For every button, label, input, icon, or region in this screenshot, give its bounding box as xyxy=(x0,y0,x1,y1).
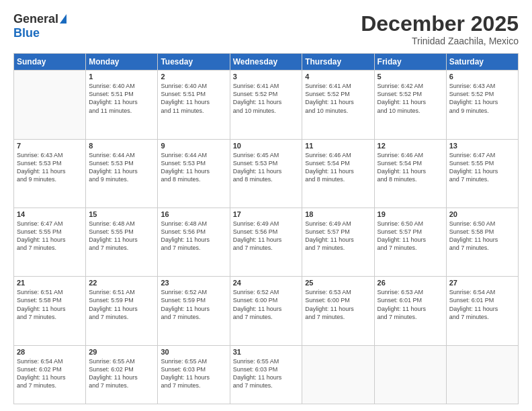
day-number: 1 xyxy=(89,73,154,81)
calendar-cell: 20Sunrise: 6:50 AMSunset: 5:58 PMDayligh… xyxy=(446,208,518,276)
day-info: Sunrise: 6:51 AMSunset: 5:58 PMDaylight:… xyxy=(17,288,83,321)
calendar-cell: 8Sunrise: 6:44 AMSunset: 5:53 PMDaylight… xyxy=(86,139,158,208)
calendar-cell: 9Sunrise: 6:44 AMSunset: 5:53 PMDaylight… xyxy=(158,139,230,208)
calendar-cell: 12Sunrise: 6:46 AMSunset: 5:54 PMDayligh… xyxy=(374,139,446,208)
day-number: 17 xyxy=(233,210,300,218)
calendar-week-5: 28Sunrise: 6:54 AMSunset: 6:02 PMDayligh… xyxy=(14,345,519,404)
day-info: Sunrise: 6:41 AMSunset: 5:52 PMDaylight:… xyxy=(305,82,371,115)
calendar-header-sunday: Sunday xyxy=(14,54,86,71)
day-info: Sunrise: 6:48 AMSunset: 5:55 PMDaylight:… xyxy=(89,220,154,253)
calendar-cell xyxy=(374,345,446,404)
day-number: 20 xyxy=(449,210,515,218)
calendar-cell: 16Sunrise: 6:48 AMSunset: 5:56 PMDayligh… xyxy=(158,208,230,276)
calendar-week-4: 21Sunrise: 6:51 AMSunset: 5:58 PMDayligh… xyxy=(14,277,519,345)
day-number: 15 xyxy=(89,210,154,218)
day-info: Sunrise: 6:53 AMSunset: 6:00 PMDaylight:… xyxy=(305,288,371,321)
calendar-header-friday: Friday xyxy=(374,54,446,71)
day-number: 22 xyxy=(89,279,154,287)
day-info: Sunrise: 6:52 AMSunset: 5:59 PMDaylight:… xyxy=(161,288,226,321)
day-number: 31 xyxy=(233,348,300,356)
day-number: 4 xyxy=(305,73,371,81)
calendar-cell: 29Sunrise: 6:55 AMSunset: 6:02 PMDayligh… xyxy=(86,345,158,404)
calendar-header-thursday: Thursday xyxy=(302,54,374,71)
calendar-cell: 7Sunrise: 6:43 AMSunset: 5:53 PMDaylight… xyxy=(14,139,86,208)
day-info: Sunrise: 6:47 AMSunset: 5:55 PMDaylight:… xyxy=(449,151,515,184)
day-number: 23 xyxy=(161,279,226,287)
day-number: 7 xyxy=(17,142,83,150)
day-number: 27 xyxy=(449,279,515,287)
calendar-cell: 27Sunrise: 6:54 AMSunset: 6:01 PMDayligh… xyxy=(446,277,518,345)
day-number: 24 xyxy=(233,279,300,287)
day-info: Sunrise: 6:55 AMSunset: 6:03 PMDaylight:… xyxy=(233,357,300,390)
day-info: Sunrise: 6:47 AMSunset: 5:55 PMDaylight:… xyxy=(17,220,83,253)
day-info: Sunrise: 6:54 AMSunset: 6:01 PMDaylight:… xyxy=(449,288,515,321)
calendar-cell: 28Sunrise: 6:54 AMSunset: 6:02 PMDayligh… xyxy=(14,345,86,404)
day-info: Sunrise: 6:41 AMSunset: 5:52 PMDaylight:… xyxy=(233,82,300,115)
calendar-cell: 3Sunrise: 6:41 AMSunset: 5:52 PMDaylight… xyxy=(230,71,302,139)
calendar-cell: 19Sunrise: 6:50 AMSunset: 5:57 PMDayligh… xyxy=(374,208,446,276)
calendar-header-tuesday: Tuesday xyxy=(158,54,230,71)
day-info: Sunrise: 6:48 AMSunset: 5:56 PMDaylight:… xyxy=(161,220,226,253)
calendar-cell: 1Sunrise: 6:40 AMSunset: 5:51 PMDaylight… xyxy=(86,71,158,139)
calendar-cell: 10Sunrise: 6:45 AMSunset: 5:53 PMDayligh… xyxy=(230,139,302,208)
day-number: 8 xyxy=(89,142,154,150)
day-number: 10 xyxy=(233,142,300,150)
day-info: Sunrise: 6:55 AMSunset: 6:02 PMDaylight:… xyxy=(89,357,154,390)
day-info: Sunrise: 6:42 AMSunset: 5:52 PMDaylight:… xyxy=(378,82,443,115)
month-title: December 2025 xyxy=(361,12,519,36)
day-number: 19 xyxy=(378,210,443,218)
header: General Blue December 2025 Trinidad Zaac… xyxy=(13,12,519,46)
day-info: Sunrise: 6:43 AMSunset: 5:52 PMDaylight:… xyxy=(449,82,515,115)
day-info: Sunrise: 6:46 AMSunset: 5:54 PMDaylight:… xyxy=(378,151,443,184)
calendar-cell xyxy=(14,71,86,139)
title-block: December 2025 Trinidad Zaachila, Mexico xyxy=(361,12,519,46)
calendar-cell xyxy=(446,345,518,404)
logo-icon xyxy=(60,14,66,24)
day-number: 5 xyxy=(378,73,443,81)
day-info: Sunrise: 6:51 AMSunset: 5:59 PMDaylight:… xyxy=(89,288,154,321)
calendar-cell: 2Sunrise: 6:40 AMSunset: 5:51 PMDaylight… xyxy=(158,71,230,139)
calendar-cell: 31Sunrise: 6:55 AMSunset: 6:03 PMDayligh… xyxy=(230,345,302,404)
calendar-cell: 17Sunrise: 6:49 AMSunset: 5:56 PMDayligh… xyxy=(230,208,302,276)
location-title: Trinidad Zaachila, Mexico xyxy=(361,36,519,46)
day-number: 28 xyxy=(17,348,83,356)
day-info: Sunrise: 6:55 AMSunset: 6:03 PMDaylight:… xyxy=(161,357,226,390)
day-number: 16 xyxy=(161,210,226,218)
calendar-cell: 5Sunrise: 6:42 AMSunset: 5:52 PMDaylight… xyxy=(374,71,446,139)
logo-blue: Blue xyxy=(13,26,40,40)
calendar-cell: 23Sunrise: 6:52 AMSunset: 5:59 PMDayligh… xyxy=(158,277,230,345)
page: General Blue December 2025 Trinidad Zaac… xyxy=(0,0,532,411)
day-number: 30 xyxy=(161,348,226,356)
day-number: 25 xyxy=(305,279,371,287)
calendar-cell: 6Sunrise: 6:43 AMSunset: 5:52 PMDaylight… xyxy=(446,71,518,139)
calendar-cell xyxy=(302,345,374,404)
calendar-cell: 18Sunrise: 6:49 AMSunset: 5:57 PMDayligh… xyxy=(302,208,374,276)
calendar-week-2: 7Sunrise: 6:43 AMSunset: 5:53 PMDaylight… xyxy=(14,139,519,208)
day-number: 26 xyxy=(378,279,443,287)
day-info: Sunrise: 6:44 AMSunset: 5:53 PMDaylight:… xyxy=(89,151,154,184)
calendar-cell: 25Sunrise: 6:53 AMSunset: 6:00 PMDayligh… xyxy=(302,277,374,345)
calendar-week-3: 14Sunrise: 6:47 AMSunset: 5:55 PMDayligh… xyxy=(14,208,519,276)
calendar-cell: 11Sunrise: 6:46 AMSunset: 5:54 PMDayligh… xyxy=(302,139,374,208)
calendar-cell: 13Sunrise: 6:47 AMSunset: 5:55 PMDayligh… xyxy=(446,139,518,208)
calendar-cell: 14Sunrise: 6:47 AMSunset: 5:55 PMDayligh… xyxy=(14,208,86,276)
day-info: Sunrise: 6:46 AMSunset: 5:54 PMDaylight:… xyxy=(305,151,371,184)
calendar-header-row: SundayMondayTuesdayWednesdayThursdayFrid… xyxy=(14,54,519,71)
day-info: Sunrise: 6:40 AMSunset: 5:51 PMDaylight:… xyxy=(161,82,226,115)
logo-general: General xyxy=(13,12,58,26)
day-number: 21 xyxy=(17,279,83,287)
day-info: Sunrise: 6:53 AMSunset: 6:01 PMDaylight:… xyxy=(378,288,443,321)
day-info: Sunrise: 6:44 AMSunset: 5:53 PMDaylight:… xyxy=(161,151,226,184)
day-info: Sunrise: 6:49 AMSunset: 5:57 PMDaylight:… xyxy=(305,220,371,253)
calendar-cell: 21Sunrise: 6:51 AMSunset: 5:58 PMDayligh… xyxy=(14,277,86,345)
calendar-week-1: 1Sunrise: 6:40 AMSunset: 5:51 PMDaylight… xyxy=(14,71,519,139)
day-info: Sunrise: 6:49 AMSunset: 5:56 PMDaylight:… xyxy=(233,220,300,253)
day-number: 2 xyxy=(161,73,226,81)
day-info: Sunrise: 6:50 AMSunset: 5:57 PMDaylight:… xyxy=(378,220,443,253)
day-number: 18 xyxy=(305,210,371,218)
calendar-header-saturday: Saturday xyxy=(446,54,518,71)
calendar-table: SundayMondayTuesdayWednesdayThursdayFrid… xyxy=(13,53,519,404)
calendar-cell: 26Sunrise: 6:53 AMSunset: 6:01 PMDayligh… xyxy=(374,277,446,345)
calendar-cell: 4Sunrise: 6:41 AMSunset: 5:52 PMDaylight… xyxy=(302,71,374,139)
calendar-header-wednesday: Wednesday xyxy=(230,54,302,71)
